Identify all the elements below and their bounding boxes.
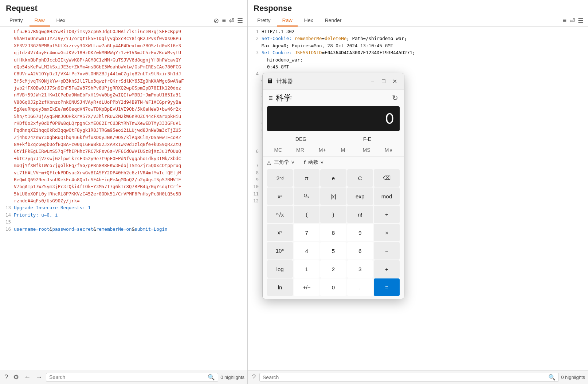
- three-button[interactable]: 3: [347, 260, 373, 278]
- mr-button[interactable]: MR: [289, 145, 311, 155]
- list-item: 6tYiFkEgLIRwLmS57qFfhIPHhc7RC7kFsv6a+VF6…: [0, 148, 247, 155]
- clear-button[interactable]: C: [347, 169, 373, 187]
- request-bottom-bar: ? ⚙ ← → 🔍 0 highlights: [0, 370, 247, 384]
- tab-render-res[interactable]: Render: [320, 15, 347, 27]
- calculator-icon: 🖩: [267, 78, 274, 85]
- tenx-button[interactable]: 10ˣ: [267, 242, 293, 260]
- pi-button[interactable]: π: [294, 169, 320, 187]
- equals-button[interactable]: =: [374, 278, 400, 296]
- list-item: PqdhnqXZihqqOkRd3qqwOtF8ygk1R8JTRGm95eoi…: [0, 127, 247, 134]
- mc-button[interactable]: MC: [267, 145, 289, 155]
- forward-button[interactable]: →: [34, 373, 44, 382]
- response-tab-icons: ≡ ⏎ ☰: [562, 17, 584, 25]
- close-paren-button[interactable]: ): [320, 206, 346, 223]
- add-button[interactable]: +: [374, 260, 400, 278]
- memory-row: MC MR M+ M− MS M∨: [263, 144, 404, 157]
- ln-button[interactable]: ln: [267, 278, 293, 296]
- mminus-button[interactable]: M−: [333, 145, 356, 155]
- e-button[interactable]: e: [320, 169, 346, 187]
- hamburger-menu-icon[interactable]: ≡: [268, 94, 273, 102]
- decimal-button[interactable]: .: [347, 278, 373, 296]
- seven-button[interactable]: 7: [294, 224, 320, 241]
- minimize-button[interactable]: −: [368, 76, 378, 86]
- close-button[interactable]: ✕: [389, 76, 400, 86]
- one-button[interactable]: 1: [294, 260, 320, 278]
- fe-button[interactable]: F-E: [360, 135, 375, 143]
- x-squared-button[interactable]: x²: [267, 187, 293, 205]
- wrap-icon-res[interactable]: ≡: [562, 17, 567, 24]
- five-button[interactable]: 5: [320, 242, 346, 260]
- exp-button[interactable]: exp: [347, 187, 373, 205]
- divide-button[interactable]: ÷: [374, 206, 400, 223]
- tab-pretty-req[interactable]: Pretty: [4, 15, 28, 27]
- trig-func-row: △ 三角学 ∨ f 函数 ∨: [263, 157, 404, 168]
- list-item: 5gXeuRhpuy3mxEkEe/m6OeqdVN7owTDKpBpEvU1V…: [0, 106, 247, 112]
- trig-icon: △: [267, 159, 271, 165]
- multiply-button[interactable]: ×: [374, 224, 400, 241]
- maximize-button[interactable]: □: [379, 76, 389, 86]
- backspace-button[interactable]: ⌫: [374, 169, 400, 187]
- zero-button[interactable]: 0: [320, 278, 346, 296]
- xy-button[interactable]: xʸ: [267, 224, 293, 241]
- request-title: Request: [0, 0, 247, 15]
- two-button[interactable]: 2: [320, 260, 346, 278]
- help-button[interactable]: ?: [3, 373, 9, 382]
- list-item: LfuJBa7BNgwg8H3YwRiTO0/imsyXcpGSJdgCOJHA…: [0, 28, 247, 35]
- history-icon[interactable]: ↻: [392, 94, 398, 102]
- back-button[interactable]: ←: [23, 373, 32, 382]
- list-item: XE3VZJ3GZ6PM8pf5UfXxzrvy3GXWLLaw7aGLp4AP…: [0, 42, 247, 49]
- func-icon: f: [304, 159, 305, 165]
- ms-button[interactable]: MS: [356, 145, 378, 155]
- trig-label[interactable]: 三角学 ∨: [274, 159, 295, 166]
- request-panel: Request Pretty Raw Hex ⊘ ≡ ⏎ ☰ LfuJBa7BN…: [0, 0, 248, 384]
- subtract-button[interactable]: −: [374, 242, 400, 260]
- list-item: Zj4hD24znWY30qbRuQ1bq4u6kf9fxXDDyJNK/9OS…: [0, 134, 247, 141]
- menu-icon-res[interactable]: ☰: [578, 17, 584, 25]
- list-item: rHDfQo2xfy0dDf0P9W8qLQrpgnCxYEQ62IrCU3RY…: [0, 120, 247, 127]
- response-title: Response: [248, 0, 588, 15]
- list-item: jwb2fFXQBw0JJ7Sn9IhF5Fa2W37ShPv8UPjgRRXQ…: [0, 84, 247, 91]
- list-item: 1 HTTP/1.1 302: [248, 28, 588, 35]
- tab-pretty-res[interactable]: Pretty: [252, 15, 276, 27]
- settings-button[interactable]: ⚙: [12, 372, 20, 382]
- list-item: V7bgAIp17WZ5ym3jPr3rQki4fIOk+Y3M57T7g6kT…: [0, 183, 247, 190]
- list-item: ReQmLQ6929ecJsnUKekEc4u8Qo1cSF4h+iqPeAgM…: [0, 176, 247, 183]
- help-button-res[interactable]: ?: [251, 373, 257, 382]
- tab-raw-req[interactable]: Raw: [30, 15, 50, 27]
- newline-icon[interactable]: ⏎: [229, 17, 234, 25]
- second-button[interactable]: 2nd: [267, 169, 293, 187]
- tab-hex-res[interactable]: Hex: [299, 15, 318, 27]
- search-input-res[interactable]: [263, 375, 548, 380]
- eight-button[interactable]: 8: [320, 224, 346, 241]
- mv-button[interactable]: M∨: [377, 145, 400, 155]
- wrap-icon[interactable]: ≡: [222, 17, 226, 24]
- four-button[interactable]: 4: [294, 242, 320, 260]
- request-tab-icons: ⊘ ≡ ⏎ ☰: [213, 17, 243, 25]
- list-item: 5kLU8oXQFL0yfRhcRL8P7KKVzC45Zer0ODk51/Cr…: [0, 190, 247, 197]
- reciprocal-button[interactable]: ¹/ₓ: [294, 187, 320, 205]
- deg-button[interactable]: DEG: [293, 135, 309, 143]
- func-label[interactable]: 函数 ∨: [308, 159, 324, 166]
- list-item: ufHkknBbPphDJccbIIkyWvK8P+AGM8C1zNM+GuTS…: [0, 56, 247, 63]
- list-item: moQjYfXNfkIWco7jgGlkFg/fSG/pPRn8R8EKW3Ed…: [0, 162, 247, 169]
- tab-hex-req[interactable]: Hex: [51, 15, 71, 27]
- tab-raw-res[interactable]: Raw: [277, 15, 298, 27]
- list-item: 3 Set-Cookie: JSESSIONID=F04364D4CA3007E…: [248, 49, 588, 56]
- open-paren-button[interactable]: (: [294, 206, 320, 223]
- menu-icon[interactable]: ☰: [237, 17, 243, 25]
- log-button[interactable]: log: [267, 260, 293, 278]
- eye-slash-icon[interactable]: ⊘: [213, 17, 219, 25]
- newline-icon-res[interactable]: ⏎: [569, 17, 575, 25]
- mplus-button[interactable]: M+: [311, 145, 333, 155]
- list-item: V80Gq0J2p2zfKbnzoPnkQNUSJ4VAyR+dLUoPPbY2…: [0, 99, 247, 106]
- search-input-req[interactable]: [49, 374, 208, 380]
- list-item: dQo54sKePwLMIkSxiJE3e+ZkMm4nsBGbE3WoahbW…: [0, 63, 247, 70]
- abs-button[interactable]: |x|: [320, 187, 346, 205]
- sqrt-button[interactable]: ²√x: [267, 206, 293, 223]
- mod-button[interactable]: mod: [374, 187, 400, 205]
- nine-button[interactable]: 9: [347, 224, 373, 241]
- six-button[interactable]: 6: [347, 242, 373, 260]
- negate-button[interactable]: +/−: [294, 278, 320, 296]
- list-item: 15: [0, 218, 247, 225]
- factorial-button[interactable]: n!: [347, 206, 373, 223]
